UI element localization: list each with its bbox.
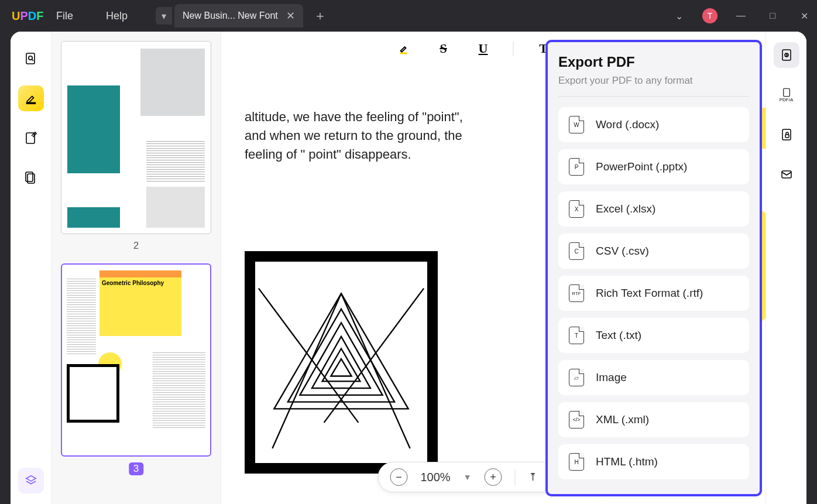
word-file-icon: W: [569, 116, 584, 133]
document-paragraph: altitude, we have the feeling of "point"…: [245, 108, 467, 164]
html-file-icon: H: [569, 453, 584, 471]
export-option-image[interactable]: ▱Image: [558, 360, 749, 395]
export-pdf-panel: Export PDF Export your PDF to any format…: [545, 40, 762, 496]
edit-tool-icon[interactable]: [18, 125, 44, 151]
titlebar-right: ⌄ T — □ ✕: [671, 8, 812, 23]
tab-list-dropdown[interactable]: ▾: [156, 7, 172, 25]
zoom-level: 100%: [420, 471, 450, 484]
rtf-file-icon: RTF: [569, 284, 584, 302]
toolbar-separator: [513, 41, 514, 56]
pdfa-icon[interactable]: PDF/A: [774, 82, 799, 108]
svg-line-19: [341, 293, 410, 448]
zoom-in-button[interactable]: +: [485, 468, 502, 486]
tab-title: New Busin... New Font: [183, 11, 278, 21]
thumbnail-panel[interactable]: 2 Geometric Philosophy 3: [52, 32, 221, 504]
thumbnail-page-3[interactable]: Geometric Philosophy: [61, 263, 211, 457]
zoom-separator: [515, 469, 516, 485]
export-option-rtf[interactable]: RTFRich Text Format (.rtf): [558, 276, 749, 311]
menu-help[interactable]: Help: [90, 10, 144, 22]
svg-rect-3: [26, 102, 35, 104]
menu-file[interactable]: File: [40, 10, 90, 22]
export-pdf-icon[interactable]: [774, 42, 799, 68]
window-maximize-button[interactable]: □: [764, 11, 781, 21]
export-panel-divider: [558, 96, 749, 97]
excel-file-icon: X: [569, 200, 584, 218]
svg-rect-0: [26, 53, 35, 64]
svg-rect-24: [782, 171, 791, 178]
new-tab-button[interactable]: ＋: [303, 7, 337, 25]
underline-icon[interactable]: U: [473, 39, 493, 59]
svg-line-18: [272, 293, 341, 448]
layers-icon[interactable]: [18, 468, 44, 493]
zoom-out-button[interactable]: −: [390, 468, 407, 486]
zoom-dropdown-icon[interactable]: ▼: [464, 472, 472, 482]
export-panel-title: Export PDF: [558, 54, 749, 70]
csv-file-icon: C: [569, 242, 584, 260]
svg-point-1: [28, 56, 32, 60]
user-avatar[interactable]: T: [702, 8, 718, 23]
email-pdf-icon[interactable]: [774, 162, 799, 187]
thumbnail-label-2: 2: [61, 240, 211, 252]
document-tab[interactable]: New Busin... New Font ✕: [174, 4, 303, 28]
export-option-text[interactable]: TText (.txt): [558, 318, 749, 353]
first-page-icon[interactable]: ⤒: [528, 471, 537, 484]
window-minimize-button[interactable]: —: [733, 11, 749, 21]
export-option-xml[interactable]: </>XML (.xml): [558, 402, 749, 437]
thumbnail-page-2[interactable]: [61, 41, 211, 234]
titlebar: UPDF File Help ▾ New Busin... New Font ✕…: [0, 0, 817, 32]
document-image-frame: [245, 251, 438, 474]
image-file-icon: ▱: [569, 369, 584, 386]
export-option-html[interactable]: HHTML (.htm): [558, 444, 749, 479]
tab-region: ▾ New Busin... New Font ✕ ＋: [156, 4, 337, 28]
window-close-button[interactable]: ✕: [796, 11, 812, 22]
svg-rect-23: [785, 135, 789, 138]
export-option-csv[interactable]: CCSV (.csv): [558, 234, 749, 269]
svg-line-2: [32, 60, 33, 61]
thumbnail-label-3: 3: [129, 462, 143, 475]
chevron-down-icon[interactable]: ⌄: [671, 11, 687, 22]
xml-file-icon: </>: [569, 411, 584, 428]
pages-tool-icon[interactable]: [18, 165, 44, 191]
workspace: 2 Geometric Philosophy 3 S U T T altitud…: [11, 32, 806, 504]
app-logo: UPDF: [5, 9, 40, 23]
highlight-tool-icon[interactable]: [18, 85, 44, 111]
export-option-excel[interactable]: XExcel (.xlsx): [558, 191, 749, 227]
export-panel-subtitle: Export your PDF to any format: [558, 75, 749, 87]
tab-close-icon[interactable]: ✕: [286, 9, 295, 22]
strikethrough-icon[interactable]: S: [434, 39, 454, 59]
export-option-word[interactable]: WWord (.docx): [558, 107, 749, 142]
right-tool-rail: PDF/A: [765, 32, 806, 504]
ppt-file-icon: P: [569, 158, 584, 176]
left-tool-rail: [11, 32, 52, 504]
highlighter-icon[interactable]: [394, 39, 414, 59]
search-tool-icon[interactable]: [18, 46, 44, 71]
export-option-powerpoint[interactable]: PPowerPoint (.pptx): [558, 149, 749, 184]
protect-pdf-icon[interactable]: [774, 122, 799, 148]
svg-rect-21: [783, 88, 789, 97]
txt-file-icon: T: [569, 327, 584, 344]
